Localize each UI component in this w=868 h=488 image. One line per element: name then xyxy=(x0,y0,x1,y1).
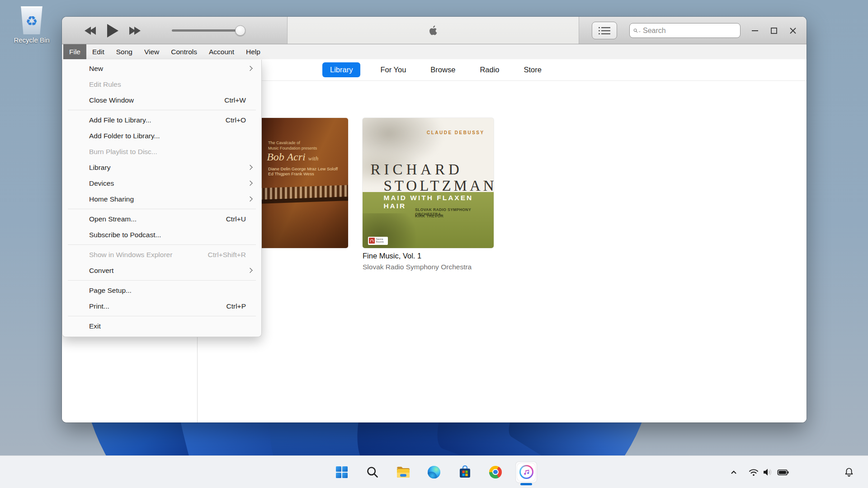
record-label-logo: Navona Records xyxy=(368,237,388,245)
volume-tray-button[interactable] xyxy=(761,465,775,479)
menu-song[interactable]: Song xyxy=(110,44,138,59)
file-explorer-icon xyxy=(396,466,410,478)
speaker-icon xyxy=(763,467,774,477)
chrome-icon xyxy=(489,466,502,479)
menu-item-label: Print... xyxy=(89,302,109,310)
menu-item-close-window[interactable]: Close Window Ctrl+W xyxy=(62,92,261,108)
search-box[interactable] xyxy=(629,23,741,38)
microsoft-store-button[interactable] xyxy=(454,462,475,483)
menu-item-label: Convert xyxy=(89,267,113,275)
tab-radio[interactable]: Radio xyxy=(475,62,504,77)
menu-account[interactable]: Account xyxy=(203,44,240,59)
menu-item-home-sharing[interactable]: Home Sharing xyxy=(62,191,261,207)
maximize-button[interactable] xyxy=(767,23,781,38)
submenu-chevron-icon xyxy=(247,180,252,185)
menu-item-label: Devices xyxy=(89,179,114,188)
battery-button[interactable] xyxy=(775,465,791,479)
apple-logo-icon xyxy=(427,23,439,37)
minimize-button[interactable] xyxy=(748,23,762,38)
album-cover-fine-music[interactable]: CLAUDE DEBUSSY RICHARD STOLTZMAN MAID WI… xyxy=(363,118,494,248)
submenu-chevron-icon xyxy=(247,164,252,169)
presenter-line2: Music Foundation presents xyxy=(268,145,317,151)
menu-item-page-setup[interactable]: Page Setup... xyxy=(62,282,261,298)
play-button[interactable] xyxy=(106,23,119,38)
menu-item-new[interactable]: New xyxy=(62,61,261,76)
menu-item-exit[interactable]: Exit xyxy=(62,318,261,334)
menu-item-devices[interactable]: Devices xyxy=(62,175,261,191)
menu-item-print[interactable]: Print... Ctrl+P xyxy=(62,298,261,314)
up-next-list-button[interactable] xyxy=(592,22,617,39)
start-button[interactable] xyxy=(331,462,352,483)
tray-chevron-up-button[interactable] xyxy=(727,466,740,479)
menu-item-edit-rules: Edit Rules xyxy=(62,76,261,92)
file-explorer-button[interactable] xyxy=(393,462,414,483)
menu-controls[interactable]: Controls xyxy=(165,44,203,59)
lcd-display xyxy=(287,17,579,44)
recycle-bin-shortcut[interactable]: ♻ Recycle Bin xyxy=(5,6,58,44)
menu-separator xyxy=(68,110,256,110)
notification-bell-button[interactable] xyxy=(842,465,856,479)
wifi-icon xyxy=(748,467,759,477)
album-presenter-text: The Cavalcade of Music Foundation presen… xyxy=(268,140,317,151)
menu-separator xyxy=(68,316,256,316)
record-label-line2: Records xyxy=(376,241,384,243)
menu-item-label: Home Sharing xyxy=(89,195,134,203)
tab-browse[interactable]: Browse xyxy=(426,62,460,77)
recycle-glyph: ♻ xyxy=(26,14,38,28)
itunes-button[interactable] xyxy=(516,462,537,483)
menu-item-show-in-explorer: Show in Windows Explorer Ctrl+Shift+R xyxy=(62,247,261,263)
artist-suffix: with xyxy=(308,155,318,162)
album-musicians-text: Diane Delin George Mraz Lew Soloff Ed Th… xyxy=(268,166,344,176)
menu-item-subscribe-to-podcast[interactable]: Subscribe to Podcast... xyxy=(62,227,261,243)
wifi-button[interactable] xyxy=(746,465,761,479)
tab-store[interactable]: Store xyxy=(519,62,546,77)
desktop-background: ♻ Recycle Bin xyxy=(0,0,868,488)
menu-item-convert[interactable]: Convert xyxy=(62,263,261,278)
menu-help[interactable]: Help xyxy=(240,44,266,59)
notification-bell-icon xyxy=(844,467,854,478)
menu-item-label: Add Folder to Library... xyxy=(89,132,160,140)
album-title[interactable]: Fine Music, Vol. 1 xyxy=(363,252,472,260)
performer-line1: RICHARD xyxy=(370,161,463,178)
tab-library[interactable]: Library xyxy=(322,62,360,77)
album-olive-band: MAID WITH FLAXEN HAIR SLOVAK RADIO SYMPH… xyxy=(363,192,494,248)
menu-separator xyxy=(68,280,256,281)
menu-separator xyxy=(68,209,256,209)
volume-slider[interactable] xyxy=(172,29,241,32)
artist-name: Bob Acri xyxy=(267,151,306,163)
numbered-list-icon xyxy=(599,26,610,35)
menu-item-open-stream[interactable]: Open Stream... Ctrl+U xyxy=(62,211,261,227)
maximize-icon xyxy=(770,27,778,35)
menu-item-library[interactable]: Library xyxy=(62,160,261,175)
system-tray xyxy=(727,456,868,488)
file-menu-dropdown: New Edit Rules Close Window Ctrl+W Add F… xyxy=(62,60,262,337)
tab-for-you[interactable]: For You xyxy=(376,62,410,77)
search-input[interactable] xyxy=(643,27,736,35)
album-artist-text: Bob Acri with xyxy=(267,151,318,163)
menu-item-burn-playlist: Burn Playlist to Disc... xyxy=(62,144,261,160)
menu-edit[interactable]: Edit xyxy=(86,44,110,59)
volume-slider-knob[interactable] xyxy=(235,25,245,36)
close-icon xyxy=(789,27,797,35)
window-controls xyxy=(748,17,800,44)
chevron-down-icon xyxy=(638,29,641,34)
menu-item-add-folder-to-library[interactable]: Add Folder to Library... xyxy=(62,128,261,144)
edge-button[interactable] xyxy=(424,462,444,483)
chevron-up-icon xyxy=(729,468,738,477)
fast-forward-icon xyxy=(128,26,142,35)
minimize-icon xyxy=(751,27,759,35)
menu-item-shortcut: Ctrl+P xyxy=(226,302,246,310)
taskbar-search-button[interactable] xyxy=(362,462,383,483)
presenter-line1: The Cavalcade of xyxy=(268,140,317,145)
menu-item-add-file-to-library[interactable]: Add File to Library... Ctrl+O xyxy=(62,112,261,128)
menu-item-label: Page Setup... xyxy=(89,286,132,295)
menu-view[interactable]: View xyxy=(138,44,165,59)
menu-file[interactable]: File xyxy=(63,44,86,59)
conductor-text: KIRK TREVOR xyxy=(415,214,443,218)
rewind-button[interactable] xyxy=(84,26,97,35)
close-button[interactable] xyxy=(786,23,800,38)
album-artist[interactable]: Slovak Radio Symphony Orchestra xyxy=(363,263,472,271)
fast-forward-button[interactable] xyxy=(128,26,142,35)
submenu-chevron-icon xyxy=(247,196,252,201)
chrome-button[interactable] xyxy=(485,462,506,483)
